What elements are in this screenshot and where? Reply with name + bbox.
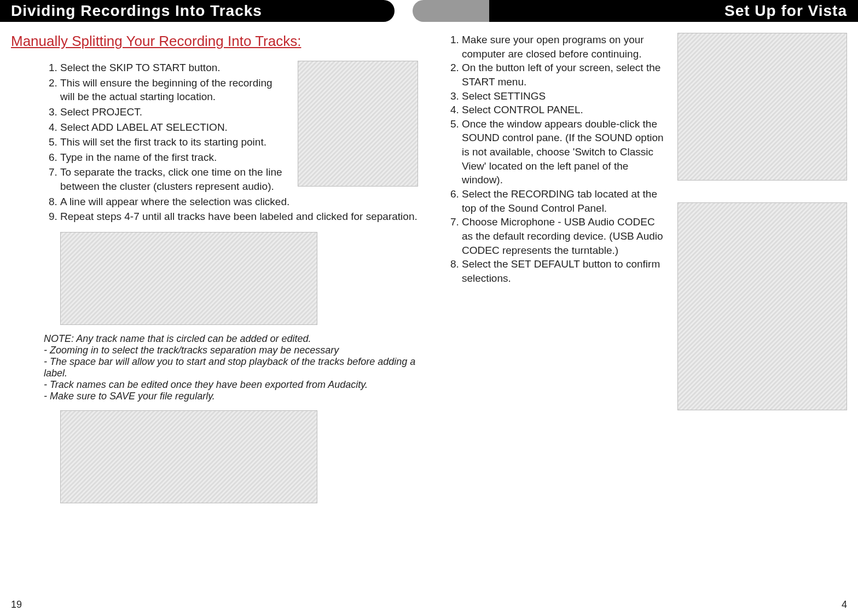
list-item: Select PROJECT. bbox=[60, 105, 287, 119]
left-page: Manually Splitting Your Recording Into T… bbox=[0, 0, 429, 616]
note-line: NOTE: Any track name that is circled can… bbox=[44, 333, 418, 345]
list-item: Make sure your open programs on your com… bbox=[462, 33, 666, 61]
note-line: - Make sure to SAVE your file regularly. bbox=[44, 391, 418, 402]
waveform-screenshot-2 bbox=[60, 410, 317, 503]
list-item: Select the RECORDING tab located at the … bbox=[462, 187, 666, 215]
right-steps-list: Make sure your open programs on your com… bbox=[440, 33, 666, 286]
left-steps-list-cont: A line will appear where the selection w… bbox=[11, 195, 418, 224]
list-item: Type in the name of the first track. bbox=[60, 150, 287, 165]
list-item: A line will appear where the selection w… bbox=[60, 195, 418, 209]
list-item: On the button left of your screen, selec… bbox=[462, 61, 666, 89]
note-block: NOTE: Any track name that is circled can… bbox=[44, 333, 418, 402]
list-item: Select the SKIP TO START button. bbox=[60, 61, 287, 75]
list-item: Select CONTROL PANEL. bbox=[462, 103, 666, 117]
page-number-left: 19 bbox=[11, 599, 22, 611]
list-item: Select the SET DEFAULT button to confirm… bbox=[462, 257, 666, 285]
list-item: To separate the tracks, click one time o… bbox=[60, 165, 287, 193]
list-item: This will set the first track to its sta… bbox=[60, 135, 287, 149]
list-item: Select ADD LABEL AT SELECTION. bbox=[60, 120, 287, 135]
right-page: Make sure your open programs on your com… bbox=[429, 0, 858, 616]
note-line: - The space bar will allow you to start … bbox=[44, 356, 418, 379]
vista-sound-panel-screenshot bbox=[677, 202, 847, 410]
list-item: Once the window appears double-click the… bbox=[462, 117, 666, 187]
left-steps-list: Select the SKIP TO START button. This wi… bbox=[11, 61, 287, 195]
page-number-right: 4 bbox=[842, 599, 847, 611]
note-line: - Zooming in to select the track/tracks … bbox=[44, 345, 418, 356]
list-item: Repeat steps 4-7 until all tracks have b… bbox=[60, 210, 418, 224]
waveform-screenshot-1 bbox=[60, 232, 317, 325]
list-item: Choose Microphone - USB Audio CODEC as t… bbox=[462, 215, 666, 257]
list-item: Select SETTINGS bbox=[462, 89, 666, 103]
audacity-menu-screenshot bbox=[298, 61, 418, 187]
list-item: This will ensure the beginning of the re… bbox=[60, 76, 287, 104]
vista-start-menu-screenshot bbox=[677, 33, 847, 181]
section-title: Manually Splitting Your Recording Into T… bbox=[11, 33, 418, 50]
note-line: - Track names can be edited once they ha… bbox=[44, 379, 418, 391]
